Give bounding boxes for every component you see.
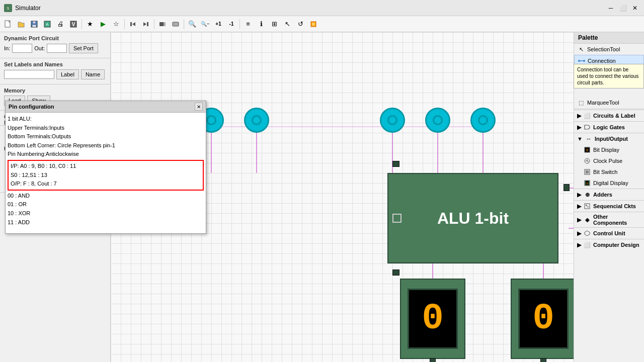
alu-component[interactable]: ALU 1-bit <box>377 168 569 268</box>
toggle-off-button[interactable] <box>170 18 182 30</box>
digital-display-label: Digital Display <box>593 180 628 186</box>
clock-pulse-label: Clock Pulse <box>593 158 622 164</box>
display-component-2[interactable]: 0 <box>511 279 574 359</box>
refresh-button[interactable]: ↺ <box>294 18 306 30</box>
svg-text:0: 0 <box>586 148 588 152</box>
bit-switch-item[interactable]: Bit Switch <box>574 166 644 177</box>
step-back-button[interactable] <box>127 18 139 30</box>
alu-pin-bot-10 <box>392 269 399 276</box>
input-node-inner-3 <box>387 115 397 125</box>
toggle-on-button[interactable] <box>156 18 169 30</box>
selection-tool-label: SelectionTool <box>587 46 620 52</box>
zoom-out-button[interactable]: 🔍− <box>199 18 211 30</box>
computer-design-section[interactable]: ▶ ⬜ Computer Design <box>574 239 644 250</box>
new-button[interactable] <box>2 18 14 30</box>
display1-bottom-pin <box>430 358 436 362</box>
grid-button[interactable]: ⊞ <box>268 18 280 30</box>
selection-tool-icon: ↖ <box>577 45 585 53</box>
marquee-tool-item[interactable]: ⬚ MarqueeTool <box>574 97 644 108</box>
label-button[interactable]: Label <box>56 69 79 79</box>
title-bar: S Simulator ─ ⬜ ✕ <box>0 0 644 16</box>
minimize-button[interactable]: ─ <box>606 3 616 13</box>
sequential-icon <box>583 202 591 210</box>
input-node-2[interactable] <box>244 108 269 133</box>
control-unit-section[interactable]: ▶ Control Unit <box>574 227 644 239</box>
favorite-button[interactable]: ★ <box>84 18 96 30</box>
palette-header: Palette <box>574 32 644 44</box>
minus1-button[interactable]: -1 <box>225 18 237 30</box>
set-port-button[interactable]: Set Port <box>69 43 98 53</box>
set-labels-section: Set Labels and Names Label Name <box>0 58 110 84</box>
input-node-4[interactable] <box>425 108 450 133</box>
svg-point-35 <box>585 158 590 163</box>
sequential-arrow: ▶ <box>577 203 581 210</box>
computer-design-text: Computer Design <box>593 242 639 248</box>
adders-section[interactable]: ▶ ⊕ Adders <box>574 189 644 200</box>
dialog-close-button[interactable]: ✕ <box>195 103 203 111</box>
svg-text:S: S <box>7 6 9 11</box>
svg-marker-44 <box>585 231 590 236</box>
zoom-in-button[interactable]: 🔍 <box>186 18 198 30</box>
info-button[interactable]: ℹ <box>255 18 267 30</box>
svg-marker-13 <box>143 22 146 26</box>
sequential-ckts-section[interactable]: ▶ Sequencial Ckts <box>574 200 644 212</box>
cursor-button[interactable]: ↖ <box>281 18 293 30</box>
input-node-inner-2 <box>252 115 262 125</box>
dynamic-port-title: Dynamic Port Circuit <box>4 35 106 41</box>
maximize-button[interactable]: ⬜ <box>618 3 628 13</box>
close-button[interactable]: ✕ <box>630 3 640 13</box>
label-input[interactable] <box>4 70 54 79</box>
svg-rect-4 <box>33 21 36 24</box>
input-node-5[interactable] <box>470 108 496 133</box>
plus1-button[interactable]: +1 <box>212 18 224 30</box>
app-icon: S <box>4 4 12 12</box>
control-unit-arrow: ▶ <box>577 230 581 237</box>
digital-display-item[interactable]: 0 Digital Display <box>574 177 644 189</box>
input-node-3[interactable] <box>380 108 405 133</box>
toolbar-sep-2 <box>124 19 125 29</box>
selection-tool-item[interactable]: ↖ SelectionTool <box>574 44 644 55</box>
open-button[interactable] <box>15 18 27 30</box>
align-button[interactable]: ≡ <box>242 18 254 30</box>
save-button[interactable] <box>28 18 40 30</box>
bit-display-item[interactable]: 0 Bit Display <box>574 144 644 155</box>
display2-bottom-pin <box>540 358 546 362</box>
step-fwd-button[interactable] <box>140 18 152 30</box>
dialog-title-bar: Pin configuration ✕ <box>6 101 206 113</box>
print-button[interactable]: 🖨 <box>54 18 66 30</box>
verilog-button[interactable]: V <box>67 18 79 30</box>
clock-pulse-item[interactable]: Clock Pulse <box>574 155 644 166</box>
pin-config-logic-3: 11 : ADD <box>8 218 204 227</box>
display-component-1[interactable]: 0 <box>400 279 465 359</box>
display-screen-2: 0 <box>518 289 569 349</box>
toolbar-sep-3 <box>154 19 154 29</box>
adders-text: Adders <box>593 192 612 198</box>
display-screen-1: 0 <box>408 289 458 349</box>
logic-gates-section[interactable]: ▶ Logic Gates <box>574 121 644 133</box>
logic-gates-arrow: ▶ <box>577 124 581 131</box>
window-title: Simulator <box>15 5 606 12</box>
input-output-section[interactable]: ▼ ↔ Input/Output <box>574 133 644 144</box>
other-components-text: Other Components <box>593 214 641 226</box>
svg-rect-5 <box>32 25 36 27</box>
other-components-section[interactable]: ▶ ◈ Other Components <box>574 212 644 227</box>
pin-config-highlighted: I/P: A0 : 9, B0 : 10, C0 : 11 S0 : 12,S1… <box>8 160 204 191</box>
set-labels-row: Label Name <box>4 69 106 79</box>
run-button[interactable]: ▶ <box>97 18 109 30</box>
pause-button[interactable]: ☆ <box>110 18 122 30</box>
out-input[interactable] <box>47 44 67 53</box>
display-digit-2: 0 <box>532 301 554 337</box>
display-digit-1: 0 <box>422 301 443 337</box>
pin-config-ip-3: O/P: F : 8, Cout : 7 <box>11 179 201 189</box>
name-button[interactable]: Name <box>81 69 105 79</box>
computer-design-icon: ⬜ <box>583 241 591 249</box>
set-labels-title: Set Labels and Names <box>4 61 106 67</box>
circuits-label-section[interactable]: ▶ ⬜ Circuits & Label <box>574 110 644 121</box>
in-input[interactable] <box>12 44 32 53</box>
circuits-label-text: Circuits & Label <box>593 113 635 119</box>
chips-button[interactable] <box>307 18 319 30</box>
pin-config-dialog: Pin configuration ✕ 1 bit ALU: Upper Ter… <box>5 101 206 234</box>
save-as-button[interactable]: A <box>41 18 53 30</box>
svg-rect-18 <box>312 23 315 26</box>
connection-tool-label: Connection <box>588 58 616 64</box>
